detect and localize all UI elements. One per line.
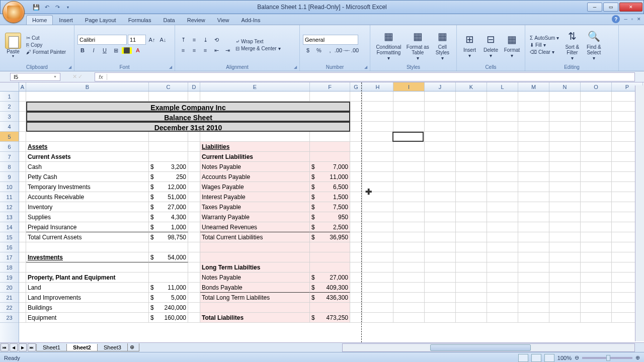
- cell-styles-button[interactable]: ▦Cell Styles▾: [432, 26, 453, 64]
- conditional-formatting-button[interactable]: ▦Conditional Formatting▾: [373, 26, 404, 64]
- help-icon[interactable]: ?: [612, 15, 620, 23]
- row-header[interactable]: 16: [0, 242, 19, 252]
- accounting-format-button[interactable]: $: [303, 45, 313, 55]
- row-header[interactable]: 13: [0, 212, 19, 222]
- row-header[interactable]: 18: [0, 262, 19, 273]
- fill-color-button[interactable]: ⬛: [122, 45, 132, 55]
- fx-icon[interactable]: fx: [95, 74, 107, 80]
- sheet-tab[interactable]: Sheet1: [36, 344, 67, 351]
- grow-font-button[interactable]: A↑: [147, 35, 157, 45]
- zoom-out-button[interactable]: ⊖: [575, 354, 579, 361]
- restore-window-icon[interactable]: ▫: [631, 17, 633, 22]
- tab-formulas[interactable]: Formulas: [122, 15, 157, 25]
- redo-icon[interactable]: ↷: [53, 3, 62, 12]
- qat-dropdown-icon[interactable]: ▼: [63, 3, 72, 12]
- col-header[interactable]: N: [549, 82, 581, 91]
- tab-review[interactable]: Review: [181, 15, 211, 25]
- col-header[interactable]: E: [200, 82, 310, 91]
- col-header[interactable]: F: [310, 82, 350, 91]
- row-header[interactable]: 22: [0, 303, 19, 313]
- cells-area[interactable]: Example Company IncBalance SheetDecember…: [19, 92, 644, 342]
- col-header[interactable]: G: [350, 82, 362, 91]
- sheet-nav-first-icon[interactable]: ⏮: [1, 343, 9, 351]
- office-button[interactable]: [3, 1, 25, 23]
- minimize-button[interactable]: ─: [587, 3, 602, 12]
- tab-page-layout[interactable]: Page Layout: [79, 15, 122, 25]
- spreadsheet-grid[interactable]: A B C D E F G H I J K L M N O P 12345678…: [0, 82, 644, 342]
- col-header[interactable]: L: [487, 82, 518, 91]
- font-launcher-icon[interactable]: ◢: [168, 64, 174, 70]
- font-size-select[interactable]: [128, 35, 146, 45]
- close-button[interactable]: ✕: [619, 3, 642, 12]
- font-color-button[interactable]: A: [133, 45, 143, 55]
- row-header[interactable]: 5: [0, 132, 19, 142]
- increase-indent-button[interactable]: ⇥: [222, 45, 232, 55]
- format-cells-button[interactable]: ▦Format▾: [502, 26, 522, 64]
- cut-button[interactable]: ✂Cut: [25, 35, 67, 41]
- col-header[interactable]: B: [26, 82, 149, 91]
- wrap-text-button[interactable]: ⤶Wrap Text: [234, 38, 282, 45]
- row-header[interactable]: 4: [0, 122, 19, 132]
- row-header[interactable]: 17: [0, 252, 19, 262]
- number-launcher-icon[interactable]: ◢: [363, 64, 369, 70]
- increase-decimal-button[interactable]: .00→: [336, 45, 346, 55]
- col-header[interactable]: A: [19, 82, 26, 91]
- sort-filter-button[interactable]: ⇅Sort & Filter▾: [562, 26, 582, 64]
- row-header[interactable]: 23: [0, 313, 19, 323]
- tab-insert[interactable]: Insert: [53, 15, 79, 25]
- font-name-select[interactable]: [77, 35, 127, 45]
- sheet-nav-prev-icon[interactable]: ◀: [10, 343, 18, 351]
- delete-cells-button[interactable]: ⊟Delete▾: [481, 26, 501, 64]
- align-center-button[interactable]: ≡: [189, 45, 199, 55]
- col-header[interactable]: O: [581, 82, 612, 91]
- align-middle-button[interactable]: ≡: [189, 35, 199, 45]
- close-workbook-icon[interactable]: ✕: [637, 17, 641, 22]
- sheet-tab[interactable]: Sheet3: [97, 344, 128, 351]
- decrease-decimal-button[interactable]: ←.00: [347, 45, 357, 55]
- zoom-in-button[interactable]: ⊕: [635, 354, 640, 361]
- bold-button[interactable]: B: [77, 45, 88, 55]
- row-header[interactable]: 10: [0, 182, 19, 192]
- maximize-button[interactable]: ▭: [603, 3, 618, 12]
- number-format-select[interactable]: [303, 35, 358, 45]
- clipboard-launcher-icon[interactable]: ◢: [67, 64, 73, 70]
- paste-button[interactable]: Paste ▼: [3, 26, 23, 64]
- alignment-launcher-icon[interactable]: ◢: [292, 64, 298, 70]
- new-sheet-button[interactable]: ⊕: [127, 343, 139, 351]
- border-button[interactable]: ⊞: [111, 45, 121, 55]
- orientation-button[interactable]: ⟲: [211, 35, 221, 45]
- tab-addins[interactable]: Add-Ins: [235, 15, 266, 25]
- align-top-button[interactable]: ⤒: [178, 35, 188, 45]
- row-header[interactable]: 6: [0, 142, 19, 152]
- insert-cells-button[interactable]: ⊞Insert▾: [460, 26, 479, 64]
- col-header[interactable]: C: [149, 82, 188, 91]
- copy-button[interactable]: ⎘Copy: [25, 42, 67, 48]
- sheet-tab[interactable]: Sheet2: [66, 344, 98, 351]
- clear-button[interactable]: ⌫Clear ▾: [528, 49, 560, 55]
- row-header[interactable]: 7: [0, 152, 19, 162]
- row-header[interactable]: 20: [0, 283, 19, 293]
- row-header[interactable]: 11: [0, 192, 19, 202]
- tab-home[interactable]: Home: [26, 15, 53, 25]
- comma-format-button[interactable]: ,: [325, 45, 335, 55]
- tab-data[interactable]: Data: [157, 15, 181, 25]
- formula-input[interactable]: fx: [95, 72, 635, 81]
- row-header[interactable]: 21: [0, 293, 19, 303]
- shrink-font-button[interactable]: A↓: [158, 35, 168, 45]
- vertical-scrollbar[interactable]: [635, 85, 644, 341]
- find-select-button[interactable]: 🔍Find & Select▾: [584, 26, 604, 64]
- row-header[interactable]: 15: [0, 232, 19, 242]
- col-header[interactable]: D: [188, 82, 200, 91]
- save-icon[interactable]: 💾: [32, 3, 41, 12]
- row-header[interactable]: 8: [0, 162, 19, 172]
- format-painter-button[interactable]: 🖌Format Painter: [25, 49, 67, 55]
- sheet-nav-next-icon[interactable]: ▶: [19, 343, 27, 351]
- row-header[interactable]: 3: [0, 112, 19, 122]
- col-header[interactable]: H: [362, 82, 393, 91]
- sheet-nav-last-icon[interactable]: ⏭: [28, 343, 36, 351]
- align-right-button[interactable]: ≡: [200, 45, 210, 55]
- row-header[interactable]: 1: [0, 92, 19, 102]
- row-header[interactable]: 19: [0, 273, 19, 283]
- align-bottom-button[interactable]: ⤓: [200, 35, 210, 45]
- cancel-formula-icon[interactable]: ✕: [72, 73, 77, 80]
